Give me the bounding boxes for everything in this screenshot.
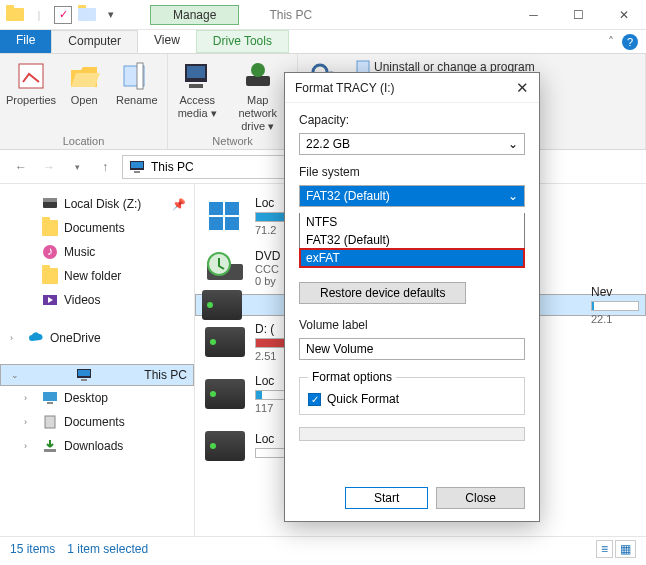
dialog-titlebar[interactable]: Format TRACY (I:) ✕ (285, 73, 539, 103)
svg-rect-32 (225, 217, 239, 230)
svg-rect-30 (225, 202, 239, 215)
checkbox-checked-icon: ✓ (308, 393, 321, 406)
capacity-label: Capacity: (299, 113, 525, 127)
nav-documents[interactable]: Documents (0, 216, 194, 240)
maximize-button[interactable]: ☐ (556, 1, 601, 29)
drive-icon (205, 379, 245, 409)
nav-downloads[interactable]: › Downloads (0, 434, 194, 458)
status-bar: 15 items 1 item selected ≡ ▦ (0, 536, 646, 560)
map-network-drive-button[interactable]: Map network drive ▾ (224, 58, 291, 135)
group-location: Location (6, 135, 161, 147)
navigation-pane[interactable]: Local Disk (Z:) 📌 Documents ♪ Music New … (0, 184, 195, 536)
svg-rect-23 (78, 370, 90, 376)
svg-rect-14 (131, 162, 143, 168)
svg-point-7 (251, 63, 265, 77)
filesystem-select[interactable]: FAT32 (Default)⌄ (299, 185, 525, 207)
svg-rect-24 (81, 379, 87, 381)
quick-access-toolbar: | ✓ ▾ (0, 6, 126, 24)
volume-label-input[interactable]: New Volume (299, 338, 525, 360)
svg-rect-17 (43, 198, 57, 202)
open-button[interactable]: Open (60, 58, 109, 109)
chevron-down-icon: ⌄ (508, 189, 518, 203)
group-network: Network (174, 135, 291, 147)
tab-file[interactable]: File (0, 30, 51, 53)
nav-desktop[interactable]: › Desktop (0, 386, 194, 410)
minimize-button[interactable]: ─ (511, 1, 556, 29)
pin-icon: 📌 (172, 198, 186, 211)
up-button[interactable]: ↑ (94, 156, 116, 178)
svg-rect-28 (44, 449, 56, 452)
fs-option-exfat[interactable]: exFAT (300, 249, 524, 267)
svg-rect-16 (43, 201, 57, 208)
filesystem-label: File system (299, 165, 525, 179)
thispc-icon (129, 159, 145, 175)
capacity-select[interactable]: 22.2 GB⌄ (299, 133, 525, 155)
newfolder-icon[interactable] (78, 6, 96, 24)
chevron-down-icon: ⌄ (508, 137, 518, 151)
svg-rect-6 (246, 76, 270, 86)
window-controls: ─ ☐ ✕ (511, 1, 646, 29)
access-media-button[interactable]: Access media ▾ (174, 58, 220, 135)
format-dialog: Format TRACY (I:) ✕ Capacity: 22.2 GB⌄ F… (284, 72, 540, 522)
tab-computer[interactable]: Computer (51, 30, 138, 53)
format-options-legend: Format options (308, 370, 396, 384)
tiles-view-icon[interactable]: ▦ (615, 540, 636, 558)
svg-rect-27 (45, 416, 55, 428)
drive-icon (202, 290, 242, 320)
restore-defaults-button[interactable]: Restore device defaults (299, 282, 466, 304)
filesystem-dropdown: NTFS FAT32 (Default) exFAT (299, 213, 525, 268)
fs-option-ntfs[interactable]: NTFS (300, 213, 524, 231)
close-button[interactable]: ✕ (601, 1, 646, 29)
format-progress (299, 427, 525, 441)
nav-local-disk-z[interactable]: Local Disk (Z:) 📌 (0, 192, 194, 216)
titlebar: | ✓ ▾ Manage This PC ─ ☐ ✕ (0, 0, 646, 30)
item-count: 15 items (10, 542, 55, 556)
drive-icon (205, 327, 245, 357)
ribbon-tabs: File Computer View Drive Tools ˄ ? (0, 30, 646, 54)
dialog-title: Format TRACY (I:) (295, 81, 395, 95)
svg-rect-4 (187, 66, 205, 78)
fs-option-fat32[interactable]: FAT32 (Default) (300, 231, 524, 249)
tab-view[interactable]: View (138, 30, 196, 53)
nav-onedrive[interactable]: › OneDrive (0, 326, 194, 350)
nav-new-folder[interactable]: New folder (0, 264, 194, 288)
folder-icon (6, 6, 24, 24)
nav-this-pc[interactable]: ⌄ This PC (0, 364, 194, 386)
qat-customize-icon[interactable]: ▾ (102, 6, 120, 24)
svg-rect-15 (134, 171, 140, 173)
window-title: This PC (269, 8, 312, 22)
nav-music[interactable]: ♪ Music (0, 240, 194, 264)
svg-rect-5 (189, 84, 203, 88)
tab-drive-tools[interactable]: Drive Tools (196, 30, 289, 53)
start-button[interactable]: Start (345, 487, 428, 509)
selection-count: 1 item selected (67, 542, 148, 556)
format-options-group: Format options ✓ Quick Format (299, 370, 525, 415)
svg-rect-31 (209, 217, 223, 230)
help-icon[interactable]: ? (622, 34, 638, 50)
quick-format-checkbox[interactable]: ✓ Quick Format (308, 392, 516, 406)
svg-rect-26 (47, 402, 53, 404)
svg-rect-25 (43, 392, 57, 401)
windows-icon (205, 198, 245, 234)
qat-divider: | (30, 6, 48, 24)
ribbon-collapse-icon[interactable]: ˄ (608, 35, 614, 49)
details-view-icon[interactable]: ≡ (596, 540, 613, 558)
properties-button[interactable]: Properties (6, 58, 56, 109)
svg-rect-29 (209, 202, 223, 215)
rename-button[interactable]: Rename (113, 58, 162, 109)
nav-documents-pc[interactable]: › Documents (0, 410, 194, 434)
svg-text:♪: ♪ (47, 244, 53, 258)
checkbox-icon[interactable]: ✓ (54, 6, 72, 24)
drive-icon (205, 431, 245, 461)
dvd-icon (205, 250, 245, 286)
volume-label-label: Volume label (299, 318, 525, 332)
close-icon[interactable]: ✕ (516, 79, 529, 97)
nav-videos[interactable]: Videos (0, 288, 194, 312)
recent-locations-button[interactable]: ▾ (66, 156, 88, 178)
close-button[interactable]: Close (436, 487, 525, 509)
breadcrumb-text: This PC (151, 160, 194, 174)
back-button[interactable]: ← (10, 156, 32, 178)
forward-button[interactable]: → (38, 156, 60, 178)
contextual-tab-manage: Manage (150, 5, 239, 25)
svg-rect-2 (137, 63, 143, 89)
